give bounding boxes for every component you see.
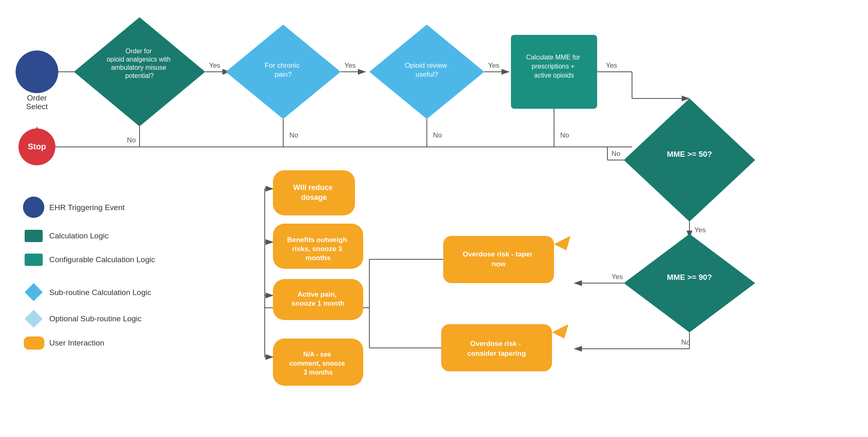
yes2-label: Yes (344, 62, 356, 69)
order-label1: Order (27, 94, 47, 102)
legend-user-label: User Interaction (49, 339, 104, 347)
no3-label: No (433, 131, 442, 139)
yes5-label: Yes (694, 226, 706, 234)
legend-ehr-circle (23, 197, 44, 218)
order-select-circle (16, 50, 58, 93)
legend-config-label: Configurable Calculation Logic (49, 255, 155, 264)
legend-optional-label: Optional Sub-routine Logic (49, 314, 142, 323)
no2-label: No (289, 131, 298, 139)
main-diagram: Order Select Order for opioid analgesics… (0, 0, 868, 437)
yes3-label: Yes (488, 62, 499, 69)
d4-text: MME >= 50? (667, 150, 712, 158)
no6-label: No (681, 339, 690, 346)
will-reduce-node (273, 170, 355, 215)
legend-user-rect (24, 336, 44, 350)
d5-text: MME >= 90? (667, 273, 712, 281)
yes4-label: Yes (606, 62, 617, 69)
calc-mme-node-text: Calculate MME for prescriptions + active… (526, 54, 582, 79)
stop-text: Stop (28, 142, 46, 151)
legend-calc-label: Calculation Logic (49, 231, 109, 240)
flowchart-container: Order Select Stop Order for opioid analg… (0, 0, 868, 437)
no4-label: No (560, 131, 569, 139)
overdose-taper-node (443, 236, 554, 283)
overdose-consider-node (441, 324, 552, 371)
yes6-label: Yes (611, 273, 623, 281)
legend-config-rect (25, 254, 43, 266)
legend-calc-rect (25, 230, 43, 242)
legend-subroutine-label: Sub-routine Calculation Logic (49, 288, 151, 297)
no1-label: No (127, 136, 136, 144)
order-label2: Select (26, 102, 48, 111)
no5-label: No (611, 150, 621, 158)
legend-ehr-label: EHR Triggering Event (49, 203, 125, 212)
yes1-label: Yes (209, 62, 220, 69)
